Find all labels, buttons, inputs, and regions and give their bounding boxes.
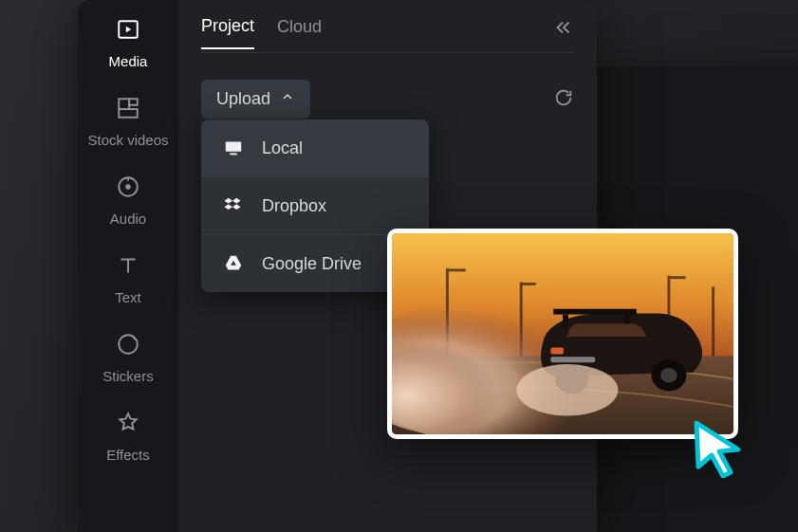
sidebar-item-label: Stock videos [87, 132, 168, 148]
effects-icon [116, 411, 140, 439]
svg-rect-21 [563, 315, 568, 328]
svg-rect-2 [129, 99, 138, 105]
media-preview-thumbnail[interactable] [387, 229, 738, 439]
upload-button[interactable]: Upload [201, 80, 310, 119]
upload-option-label: Local [262, 138, 303, 158]
tab-cloud[interactable]: Cloud [277, 17, 322, 48]
refresh-button[interactable] [553, 87, 574, 112]
svg-point-27 [660, 368, 677, 383]
sidebar-item-label: Effects [106, 447, 150, 463]
svg-rect-20 [553, 309, 637, 315]
text-icon [116, 253, 140, 282]
svg-rect-3 [119, 109, 138, 118]
collapse-panel-button[interactable] [553, 17, 574, 42]
sidebar-item-stickers[interactable]: Stickers [78, 332, 178, 384]
chevron-double-left-icon [553, 25, 574, 41]
svg-rect-24 [550, 357, 595, 362]
chevron-up-icon [280, 89, 295, 109]
sidebar: Media Stock videos Audio Text Stickers [78, 0, 178, 532]
svg-rect-7 [226, 142, 242, 152]
svg-rect-8 [230, 154, 236, 156]
sidebar-item-label: Stickers [102, 368, 153, 384]
local-icon [222, 137, 245, 159]
stock-videos-icon [116, 96, 140, 124]
sidebar-item-label: Media [109, 53, 148, 69]
upload-option-dropbox[interactable]: Dropbox [201, 176, 429, 234]
svg-point-28 [516, 364, 618, 415]
stickers-icon [116, 332, 140, 360]
upload-option-label: Dropbox [262, 196, 326, 216]
upload-option-label: Google Drive [262, 254, 362, 274]
sidebar-item-label: Text [115, 289, 141, 305]
sidebar-item-audio[interactable]: Audio [78, 174, 178, 227]
sidebar-item-stock-videos[interactable]: Stock videos [78, 96, 178, 148]
panel-tabs: Project Cloud [201, 13, 574, 53]
google-drive-icon [222, 252, 245, 275]
upload-option-local[interactable]: Local [201, 119, 429, 176]
upload-button-label: Upload [216, 89, 270, 109]
panel-toolbar: Upload [201, 80, 574, 119]
sidebar-item-media[interactable]: Media [78, 17, 178, 69]
audio-icon [116, 174, 140, 203]
svg-point-5 [125, 184, 130, 189]
sidebar-item-label: Audio [110, 211, 146, 227]
refresh-icon [553, 95, 574, 111]
svg-rect-1 [119, 99, 129, 109]
sidebar-item-effects[interactable]: Effects [78, 411, 178, 463]
svg-rect-23 [550, 348, 564, 355]
sidebar-item-text[interactable]: Text [78, 253, 178, 305]
dropbox-icon [222, 194, 245, 217]
tab-project[interactable]: Project [201, 16, 254, 49]
media-icon [116, 17, 140, 46]
